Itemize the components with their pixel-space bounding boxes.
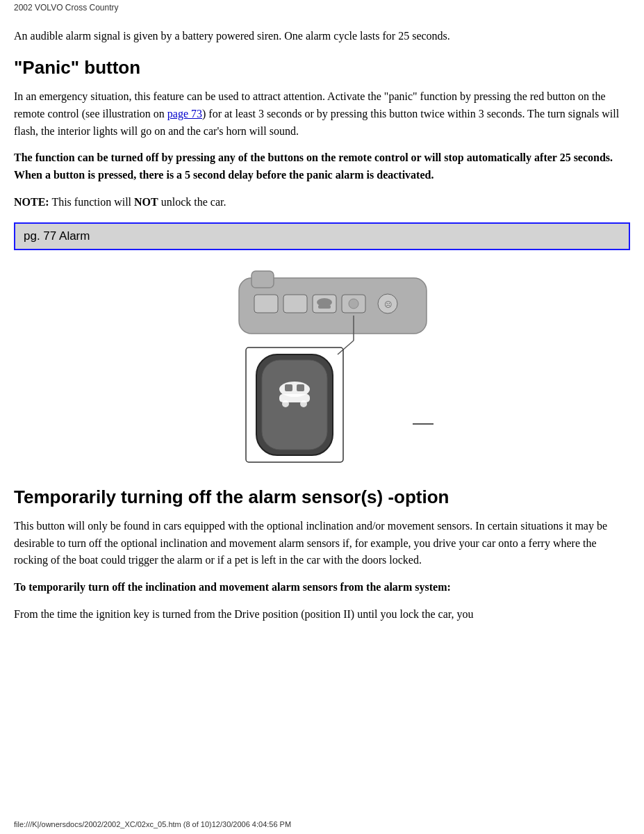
svg-point-17 [282, 400, 289, 407]
panic-body: In an emergency situation, this feature … [14, 88, 630, 140]
control-panel: ☹ [239, 271, 427, 354]
svg-rect-20 [297, 384, 304, 391]
page-73-link[interactable]: page 73 [167, 108, 202, 120]
svg-text:☹: ☹ [383, 300, 391, 309]
note-body2: unlock the car. [158, 196, 226, 208]
page-header: 2002 VOLVO Cross Country [0, 0, 644, 14]
page-box: pg. 77 Alarm [14, 222, 630, 250]
note-not: NOT [134, 196, 158, 208]
note-label: NOTE: [14, 196, 49, 208]
sensor-body2: From the time the ignition key is turned… [14, 606, 630, 623]
panic-heading: "Panic" button [14, 57, 630, 79]
intro-paragraph: An audible alarm signal is given by a ba… [14, 28, 630, 44]
svg-point-18 [300, 400, 307, 407]
sensor-bold: To temporarily turn off the inclination … [14, 579, 630, 596]
key-fob [246, 348, 343, 462]
main-content: An audible alarm signal is given by a ba… [0, 14, 644, 661]
svg-rect-3 [283, 295, 307, 313]
diagram-area: ☹ [149, 264, 496, 466]
svg-rect-19 [285, 384, 292, 391]
note-paragraph: NOTE: This function will NOT unlock the … [14, 194, 630, 211]
svg-rect-14 [262, 360, 327, 450]
svg-point-8 [349, 299, 358, 309]
sensor-body1: This button will only be found in cars e… [14, 518, 630, 569]
svg-rect-2 [254, 295, 278, 313]
header-title: 2002 VOLVO Cross Country [14, 3, 119, 13]
page-footer: file:///K|/ownersdocs/2002/2002_XC/02xc_… [14, 820, 291, 828]
panic-bold-notice: The function can be turned off by pressi… [14, 149, 630, 184]
svg-rect-6 [318, 305, 331, 309]
note-body: This function will [49, 196, 134, 208]
svg-rect-1 [251, 271, 274, 288]
sensor-heading: Temporarily turning off the alarm sensor… [14, 486, 630, 508]
remote-control-diagram: ☹ [149, 264, 496, 466]
